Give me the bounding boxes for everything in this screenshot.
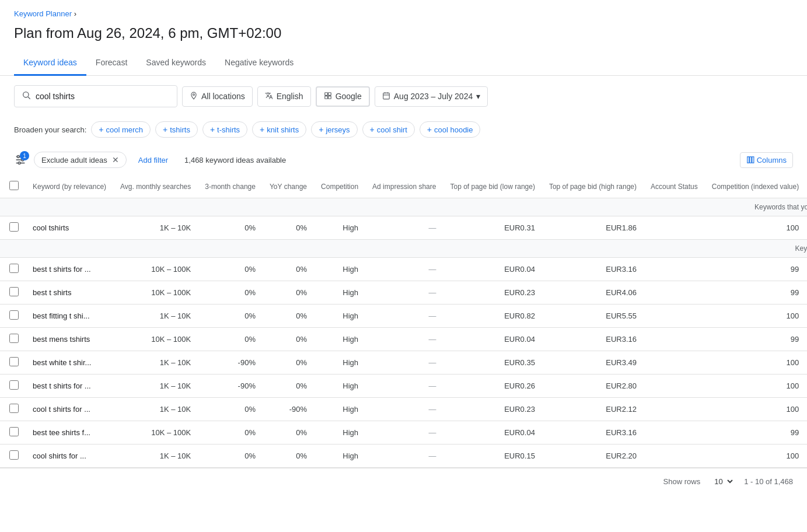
svg-rect-2 <box>324 92 327 95</box>
exclude-label: Exclude adult ideas <box>41 156 107 164</box>
row-checkbox[interactable] <box>9 222 19 232</box>
tab-negative-keywords[interactable]: Negative keywords <box>215 51 303 76</box>
row-account-status <box>644 216 705 240</box>
svg-point-0 <box>23 92 29 97</box>
tabs-bar: Keyword ideas Forecast Saved keywords Ne… <box>0 51 807 76</box>
chip-label: cool hoodie <box>434 125 473 134</box>
row-checkbox[interactable] <box>9 380 19 390</box>
ideas-section-header: Keyword ideas <box>0 240 807 258</box>
suggestion-chip-jerseys[interactable]: + jerseys <box>311 121 357 138</box>
exclude-adult-chip: Exclude adult ideas ✕ <box>34 152 127 168</box>
search-engine-button[interactable]: Google <box>316 86 370 107</box>
breadcrumb: Keyword Planner › <box>0 0 807 20</box>
page-title: Plan from Aug 26, 2024, 6 pm, GMT+02:00 <box>0 20 807 51</box>
search-icon <box>22 90 31 102</box>
location-filter-button[interactable]: All locations <box>182 86 253 107</box>
tab-saved-keywords[interactable]: Saved keywords <box>137 51 215 76</box>
svg-rect-6 <box>383 93 390 99</box>
suggestion-chip-cool-shirt[interactable]: + cool shirt <box>362 121 415 138</box>
date-dropdown-icon: ▾ <box>476 92 480 101</box>
search-box <box>14 85 177 107</box>
col-header-ad-impression[interactable]: Ad impression share <box>365 175 443 198</box>
chip-label: jerseys <box>326 125 350 134</box>
svg-line-1 <box>28 97 30 99</box>
table-row: cool t shirts for ... 1K – 10K 0% -90% H… <box>0 398 807 421</box>
row-keyword: best t shirts for ... <box>26 258 113 281</box>
row-checkbox[interactable] <box>9 310 19 320</box>
col-header-top-bid-high[interactable]: Top of page bid (high range) <box>542 175 644 198</box>
svg-rect-16 <box>747 157 749 163</box>
language-filter-button[interactable]: English <box>257 86 311 107</box>
suggestion-chip-cool-merch[interactable]: + cool merch <box>91 121 151 138</box>
col-header-account-status[interactable]: Account Status <box>644 175 705 198</box>
col-header-avg-monthly[interactable]: Avg. monthly searches <box>113 175 198 198</box>
keyword-search-input[interactable] <box>36 92 152 101</box>
table-row: best fitting t shi... 1K – 10K 0% 0% Hig… <box>0 304 807 328</box>
location-label: All locations <box>201 92 245 101</box>
rows-per-page-select[interactable]: 10 25 50 <box>710 474 735 489</box>
chip-plus-icon: + <box>99 125 103 134</box>
select-all-checkbox[interactable] <box>9 181 19 190</box>
filter-row: 1 Exclude adult ideas ✕ Add filter 1,468… <box>0 147 807 175</box>
chip-plus-icon: + <box>163 125 167 134</box>
breadcrumb-link[interactable]: Keyword Planner <box>14 9 72 18</box>
row-checkbox[interactable] <box>9 357 19 366</box>
row-avg-monthly: 1K – 10K <box>113 216 198 240</box>
chip-plus-icon: + <box>370 125 375 134</box>
table-row: cool shirts for ... 1K – 10K 0% 0% High … <box>0 444 807 468</box>
col-header-3month[interactable]: 3-month change <box>198 175 263 198</box>
table-row: cool tshirts 1K – 10K 0% 0% High — EUR0.… <box>0 216 807 240</box>
google-icon <box>324 92 332 102</box>
chip-label: knit shirts <box>267 125 299 134</box>
table-row: best tee shirts f... 10K – 100K 0% 0% Hi… <box>0 421 807 444</box>
date-range-label: Aug 2023 – July 2024 <box>394 92 473 101</box>
row-checkbox[interactable] <box>9 334 19 343</box>
row-checkbox[interactable] <box>9 427 19 436</box>
date-range-button[interactable]: Aug 2023 – July 2024 ▾ <box>375 86 488 107</box>
chip-plus-icon: + <box>210 125 215 134</box>
chip-label: cool shirt <box>377 125 407 134</box>
col-header-competition[interactable]: Competition <box>314 175 365 198</box>
svg-point-15 <box>18 162 20 164</box>
suggestion-chip-t-shirts[interactable]: + t-shirts <box>202 121 247 138</box>
broaden-search-row: Broaden your search: + cool merch + tshi… <box>0 117 807 147</box>
show-rows-label: Show rows <box>663 477 701 486</box>
row-checkbox[interactable] <box>9 287 19 296</box>
svg-rect-18 <box>752 157 754 163</box>
row-checkbox[interactable] <box>9 450 19 460</box>
table-row: best t shirts 10K – 100K 0% 0% High — EU… <box>0 281 807 304</box>
row-3month: 0% <box>198 216 263 240</box>
col-header-top-bid-low[interactable]: Top of page bid (low range) <box>443 175 542 198</box>
keyword-table: Keyword (by relevance) Avg. monthly sear… <box>0 175 807 468</box>
location-icon <box>190 92 198 102</box>
tab-forecast[interactable]: Forecast <box>86 51 137 76</box>
col-header-yoy[interactable]: YoY change <box>263 175 314 198</box>
chip-plus-icon: + <box>319 125 323 134</box>
row-checkbox[interactable] <box>9 264 19 273</box>
row-checkbox[interactable] <box>9 404 19 413</box>
row-top-bid-high: EUR1.86 <box>542 216 644 240</box>
chip-label: tshirts <box>170 125 190 134</box>
search-engine-label: Google <box>336 92 362 101</box>
keyword-table-container: Keyword (by relevance) Avg. monthly sear… <box>0 175 807 468</box>
col-header-competition-indexed[interactable]: Competition (indexed value) <box>705 175 806 198</box>
suggestion-chip-cool-hoodie[interactable]: + cool hoodie <box>420 121 481 138</box>
row-competition: High <box>314 216 365 240</box>
table-row: best t shirts for ... 1K – 10K -90% 0% H… <box>0 374 807 398</box>
add-filter-button[interactable]: Add filter <box>134 153 173 167</box>
filter-badge: 1 <box>20 151 29 160</box>
exclude-close-icon[interactable]: ✕ <box>112 155 119 164</box>
filter-icon-button[interactable]: 1 <box>14 153 27 166</box>
chip-plus-icon: + <box>260 125 264 134</box>
columns-label: Columns <box>757 156 787 164</box>
broaden-label: Broaden your search: <box>14 125 86 134</box>
keyword-count: 1,468 keyword ideas available <box>184 156 286 164</box>
tab-keyword-ideas[interactable]: Keyword ideas <box>14 51 86 76</box>
columns-button[interactable]: Columns <box>740 152 793 168</box>
svg-point-13 <box>18 156 20 158</box>
col-header-keyword[interactable]: Keyword (by relevance) <box>26 175 113 198</box>
row-top-bid-low: EUR0.31 <box>443 216 542 240</box>
suggestion-chip-tshirts[interactable]: + tshirts <box>155 121 198 138</box>
suggestion-chip-knit-shirts[interactable]: + knit shirts <box>252 121 306 138</box>
svg-rect-17 <box>750 157 752 163</box>
